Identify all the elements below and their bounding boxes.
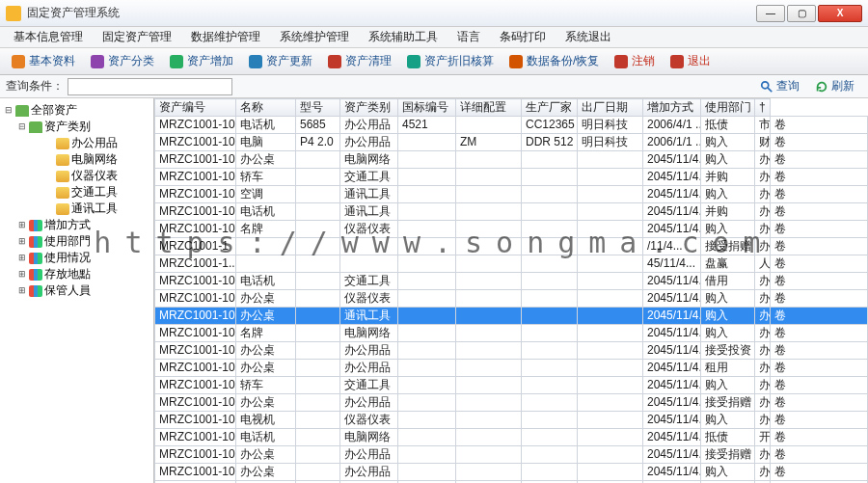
table-cell (296, 255, 340, 273)
table-cell: 卷 (771, 221, 868, 238)
table-cell: 轿车 (236, 377, 296, 394)
tree-other-item[interactable]: ⊞使用部門 (15, 233, 151, 250)
table-cell: 办公室 (755, 186, 771, 203)
tree-cat-item[interactable]: 交通工具 (42, 184, 151, 201)
table-cell: 电话机 (236, 203, 296, 221)
close-button[interactable]: X (818, 5, 862, 22)
menu-item-2[interactable]: 数据维护管理 (181, 26, 270, 48)
query-input[interactable] (68, 78, 232, 95)
table-cell: 卷 (771, 325, 868, 342)
menu-item-5[interactable]: 语言 (448, 26, 490, 48)
table-row[interactable]: MRZC1001-1046电话机电脑网络2045/11/4...抵债开发部卷 (155, 429, 868, 446)
column-header[interactable]: † (755, 99, 771, 117)
table-cell: 办公室 (755, 290, 771, 308)
table-cell: MRZC1001-1 (155, 238, 236, 255)
table-cell: MRZC1001-1038 (155, 308, 236, 325)
table-cell (578, 342, 643, 360)
refresh-button[interactable]: 刷新 (807, 76, 862, 96)
table-row[interactable]: MRZC1001-1040办公桌办公用品2045/11/4...接受投资办公室卷 (155, 342, 868, 360)
menu-item-1[interactable]: 固定资产管理 (93, 26, 181, 48)
table-cell (522, 290, 578, 308)
toolbar-btn-3[interactable]: 资产更新 (241, 50, 320, 72)
table-row[interactable]: MRZC1001-1044办公桌办公用品2045/11/4...接受捐赠办公室卷 (155, 394, 868, 412)
tree-cat-item[interactable]: 电脑网络 (42, 151, 151, 168)
menu-item-3[interactable]: 系统维护管理 (270, 26, 359, 48)
table-cell: 卷 (771, 134, 868, 151)
column-header[interactable]: 资产编号 (155, 99, 236, 117)
maximize-button[interactable]: ▢ (787, 5, 816, 22)
table-row[interactable]: MRZC1001-1048办公桌办公用品2045/11/4...购入办公室卷 (155, 464, 868, 481)
tree-root[interactable]: ⊟ 全部资产 (2, 102, 151, 119)
table-row[interactable]: MRZC1001-1037办公桌仪器仪表2045/11/4...购入办公室卷 (155, 290, 868, 308)
table-row[interactable]: MRZC1001-1042轿车交通工具2045/11/4...购入办公室卷 (155, 377, 868, 394)
column-header[interactable]: 详细配置 (456, 99, 522, 117)
table-row[interactable]: MRZC1001-1031空调通讯工具2045/11/4...购入办公室卷 (155, 186, 868, 203)
table-cell (296, 203, 340, 221)
column-header[interactable]: 增加方式 (643, 99, 701, 117)
data-grid[interactable]: 资产编号名称型号资产类别国标编号详细配置生产厂家出厂日期增加方式使用部门† MR… (154, 98, 868, 483)
minimize-button[interactable]: — (756, 5, 785, 22)
table-row[interactable]: MRZC1001-1030轿车交通工具2045/11/4...并购办公室卷 (155, 169, 868, 186)
table-row[interactable]: MRZC1001-1045电视机仪器仪表2045/11/4...购入办公室卷 (155, 412, 868, 429)
toolbar-btn-1[interactable]: 资产分类 (83, 50, 162, 72)
toolbar-btn-2[interactable]: 资产增加 (162, 50, 241, 72)
toolbar-btn-0[interactable]: 基本资料 (4, 50, 83, 72)
table-cell: 办公用品 (340, 342, 398, 360)
column-header[interactable]: 生产厂家 (522, 99, 578, 117)
table-row[interactable]: MRZC1001-1027办公桌电脑网络2045/11/4...购入办公室卷 (155, 151, 868, 169)
table-row[interactable]: MRZC1001-1033名牌仪器仪表2045/11/4...购入办公室卷 (155, 221, 868, 238)
table-cell: 2006/4/1 ... (643, 117, 701, 134)
ti1-icon (12, 55, 25, 68)
table-row[interactable]: MRZC1001-1041办公桌办公用品2045/11/4...租用办公室卷 (155, 360, 868, 377)
column-header[interactable]: 出厂日期 (578, 99, 643, 117)
table-row[interactable]: MRZC1001-1/11/4...接受捐赠办公室卷 (155, 238, 868, 255)
tree-other-item[interactable]: ⊞保管人員 (15, 282, 151, 299)
table-cell: 名牌 (236, 325, 296, 342)
table-cell: 2045/11/4... (643, 221, 701, 238)
toolbar-btn-6[interactable]: 数据备份/恢复 (502, 50, 607, 72)
column-header[interactable]: 资产类别 (340, 99, 398, 117)
table-row[interactable]: MRZC1001-1032电话机通讯工具2045/11/4...并购办公室卷 (155, 203, 868, 221)
tree-cat-item[interactable]: 办公用品 (42, 135, 151, 151)
table-row[interactable]: MRZC1001-1038办公桌通讯工具2045/11/4...购入办公室卷 (155, 308, 868, 325)
column-header[interactable]: 型号 (296, 99, 340, 117)
toolbar-btn-7[interactable]: 注销 (607, 50, 663, 72)
search-button[interactable]: 查询 (752, 76, 807, 96)
menu-item-4[interactable]: 系统辅助工具 (359, 26, 448, 48)
tree-other-item[interactable]: ⊞使用情况 (15, 250, 151, 266)
toolbar-btn-4[interactable]: 资产清理 (320, 50, 399, 72)
table-cell: 租用 (701, 360, 755, 377)
menu-item-7[interactable]: 系统退出 (556, 26, 621, 48)
toolbar-btn-5[interactable]: 资产折旧核算 (399, 50, 502, 72)
table-row[interactable]: MRZC1001-1017电话机5685办公用品4521CC12365明日科技2… (155, 117, 868, 134)
column-header[interactable]: 使用部门 (701, 99, 755, 117)
table-cell: 卷 (771, 186, 868, 203)
table-row[interactable]: MRZC1001-1036电话机交通工具2045/11/4...借用办公室卷 (155, 273, 868, 290)
tree-group-category[interactable]: ⊟ 资产类别 (15, 119, 151, 135)
ti7-icon (509, 55, 523, 68)
table-row[interactable]: MRZC1001-1026电脑P4 2.0办公用品ZMDDR 512 M...明… (155, 134, 868, 151)
tree-cat-item[interactable]: 仪器仪表 (42, 168, 151, 184)
tree-other-item[interactable]: ⊞存放地點 (15, 266, 151, 282)
table-row[interactable]: MRZC1001-1039名牌电脑网络2045/11/4...购入办公室卷 (155, 325, 868, 342)
menu-item-0[interactable]: 基本信息管理 (4, 26, 93, 48)
tree-cat-item[interactable]: 通讯工具 (42, 201, 151, 217)
table-cell: 卷 (771, 255, 868, 273)
table-cell (398, 412, 456, 429)
expand-icon: ⊞ (17, 250, 27, 266)
table-cell: 接受投资 (701, 342, 755, 360)
tree-other-item[interactable]: ⊞增加方式 (15, 217, 151, 233)
table-cell (522, 377, 578, 394)
table-cell (398, 290, 456, 308)
table-cell (398, 186, 456, 203)
table-row[interactable]: MRZC1001-1...45/11/4...盘赢人事部卷 (155, 255, 868, 273)
table-row[interactable]: MRZC1001-1047办公桌办公用品2045/11/4...接受捐赠办公室卷 (155, 446, 868, 464)
table-cell (296, 186, 340, 203)
table-cell: ZM (456, 134, 522, 151)
column-header[interactable]: 国标编号 (398, 99, 456, 117)
column-header[interactable]: 名称 (236, 99, 296, 117)
menu-item-6[interactable]: 条码打印 (490, 26, 556, 48)
table-cell: 办公用品 (340, 134, 398, 151)
tree-root-label: 全部资产 (31, 102, 77, 119)
toolbar-btn-8[interactable]: 退出 (663, 50, 719, 72)
